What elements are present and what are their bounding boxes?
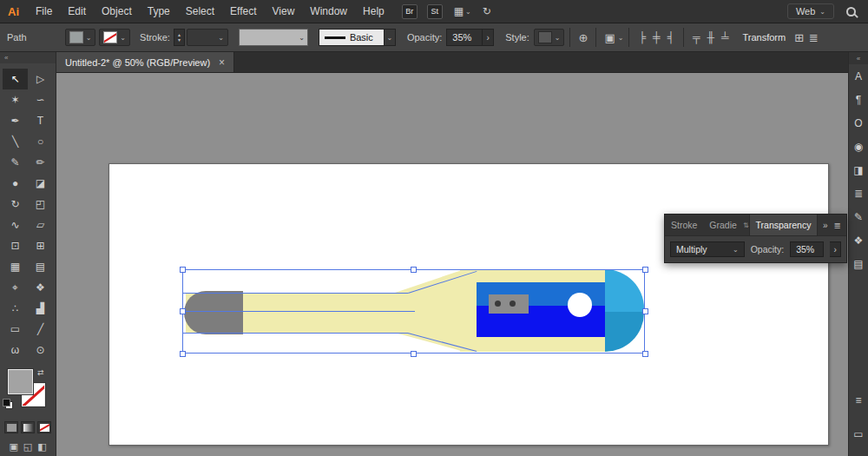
document-setup-globe-icon[interactable]: ⊕ — [578, 31, 588, 44]
menu-item[interactable]: View — [265, 5, 303, 17]
blend-mode-dropdown[interactable]: Multiply ⌄ — [670, 241, 745, 257]
menu-item[interactable]: Window — [302, 5, 355, 17]
direct-selection-tool[interactable]: ▷ — [28, 69, 53, 89]
selection-handle[interactable] — [642, 351, 648, 357]
symbol-sprayer-tool[interactable]: ∴ — [3, 298, 28, 319]
selection-tool[interactable]: ↖ — [3, 69, 28, 89]
eraser-tool[interactable]: ◪ — [28, 173, 53, 194]
bridge-button[interactable]: Br — [402, 4, 418, 19]
stroke-weight-stepper[interactable]: ▴ ▾ — [174, 29, 185, 46]
stroke-color-dropdown[interactable]: ⌄ — [99, 29, 130, 46]
pen-tool[interactable]: ✒ — [3, 110, 28, 131]
slice-tool[interactable]: ╱ — [28, 319, 53, 340]
paragraph-panel-icon[interactable]: ¶ — [849, 88, 868, 111]
stroke-weight-dropdown[interactable]: ⌄ — [187, 29, 228, 46]
default-fill-stroke-icon[interactable] — [3, 399, 13, 409]
column-graph-tool[interactable]: ▟ — [28, 298, 53, 319]
hand-tool[interactable]: ω — [3, 340, 28, 360]
perspective-grid-tool[interactable]: ⊞ — [28, 235, 53, 256]
menu-item[interactable]: Effect — [222, 5, 264, 17]
align-middle-icon[interactable]: ╫ — [707, 31, 714, 43]
transform-options-icon[interactable]: ⊞ — [794, 31, 804, 44]
selection-handle[interactable] — [180, 351, 186, 357]
color-button[interactable] — [4, 421, 18, 433]
swap-fill-stroke-icon[interactable]: ⇄ — [37, 368, 44, 377]
panel-overflow-icon[interactable]: » — [823, 221, 828, 230]
sync-settings-button[interactable]: ↻ — [483, 5, 491, 17]
selection-handle[interactable] — [180, 267, 186, 273]
menu-item[interactable]: Select — [178, 5, 222, 17]
align-center-icon[interactable]: ╪ — [653, 31, 661, 43]
ellipse-tool[interactable]: ○ — [28, 131, 53, 152]
style-dropdown[interactable]: ⌄ — [534, 29, 565, 46]
artboards-panel-icon[interactable]: ▭ — [849, 422, 868, 446]
rotate-tool[interactable]: ↻ — [3, 194, 28, 215]
draw-behind-icon[interactable]: ◱ — [23, 441, 32, 453]
tab-transparency[interactable]: Transparency — [749, 215, 819, 235]
mesh-tool[interactable]: ▦ — [3, 256, 28, 277]
menu-item[interactable]: File — [28, 5, 60, 17]
free-transform-tool[interactable]: ▱ — [28, 215, 53, 235]
tab-gradient[interactable]: Gradie — [703, 215, 743, 235]
line-segment-tool[interactable]: ╲ — [3, 131, 28, 152]
selection-handle[interactable] — [180, 308, 186, 314]
width-tool[interactable]: ∿ — [3, 215, 28, 235]
tools-panel-collapse[interactable]: « — [0, 52, 56, 63]
workspace-switcher[interactable]: Web ⌄ — [787, 3, 834, 19]
tab-stroke[interactable]: Stroke — [665, 215, 703, 235]
gradient-tool[interactable]: ▤ — [28, 256, 53, 277]
canvas[interactable] — [56, 73, 848, 456]
variable-width-profile-dropdown[interactable]: ⌄ — [239, 29, 308, 46]
align-bottom-icon[interactable]: ╧ — [721, 31, 729, 43]
opentype-panel-icon[interactable]: O — [849, 111, 868, 135]
fill-color-swatch[interactable] — [8, 369, 33, 394]
arrange-documents-button[interactable]: ▦ ⌄ — [454, 5, 471, 17]
layers-panel-icon[interactable]: ≡ — [849, 388, 868, 412]
panel-opacity-chevron[interactable]: › — [830, 241, 841, 257]
align-right-icon[interactable]: ╡ — [667, 31, 674, 43]
menu-item[interactable]: Edit — [60, 5, 94, 17]
blob-brush-tool[interactable]: ● — [3, 173, 28, 194]
document-tab[interactable]: Untitled-2* @ 50% (RGB/Preview) × — [56, 52, 234, 72]
brush-definition-dropdown[interactable]: Basic ⌄ — [319, 29, 396, 46]
panel-menu-icon[interactable]: ≣ — [834, 221, 841, 230]
blend-tool[interactable]: ❖ — [28, 277, 53, 298]
selection-handle[interactable] — [642, 308, 648, 314]
scale-tool[interactable]: ◰ — [28, 194, 53, 215]
symbols-panel-icon[interactable]: ❖ — [849, 228, 868, 252]
screen-mode-icon[interactable]: ◧ — [37, 441, 46, 453]
paintbrush-tool[interactable]: ✎ — [3, 152, 28, 173]
stock-button[interactable]: St — [427, 4, 443, 19]
appearance-panel-icon[interactable]: ◉ — [849, 135, 868, 158]
opacity-slider-chevron[interactable]: › — [483, 29, 494, 46]
search-icon[interactable] — [846, 7, 856, 17]
transform-link[interactable]: Transform — [742, 32, 786, 43]
eyedropper-tool[interactable]: ⌖ — [3, 277, 28, 298]
gradient-panel-icon[interactable]: ▤ — [849, 252, 868, 275]
control-panel-menu-icon[interactable]: ≣ — [809, 31, 819, 44]
panel-opacity-value[interactable]: 35% — [790, 241, 824, 257]
selection-handle[interactable] — [411, 267, 417, 273]
lasso-tool[interactable]: ∽ — [28, 89, 53, 110]
selection-handle[interactable] — [642, 267, 648, 273]
align-top-icon[interactable]: ╤ — [693, 31, 700, 43]
type-tool[interactable]: T — [28, 110, 53, 131]
selection-handle[interactable] — [411, 351, 417, 357]
select-similar-icon[interactable]: ▣ — [604, 31, 615, 44]
graphic-styles-panel-icon[interactable]: ◨ — [849, 158, 868, 182]
brush-dropdown-chevron[interactable]: ⌄ — [385, 29, 396, 46]
menu-item[interactable]: Type — [140, 5, 178, 17]
close-icon[interactable]: × — [219, 56, 225, 69]
none-button[interactable] — [37, 421, 51, 433]
menu-item[interactable]: Help — [355, 5, 392, 17]
fill-color-dropdown[interactable]: ⌄ — [65, 29, 96, 46]
align-left-icon[interactable]: ╞ — [638, 31, 646, 43]
shape-builder-tool[interactable]: ⊡ — [3, 235, 28, 256]
pencil-tool[interactable]: ✏ — [28, 152, 53, 173]
draw-normal-icon[interactable]: ▣ — [9, 441, 17, 453]
opacity-value[interactable]: 35% — [446, 29, 483, 46]
gradient-button[interactable] — [21, 421, 35, 433]
brushes-panel-icon[interactable]: ✎ — [849, 205, 868, 228]
artboard-tool[interactable]: ▭ — [3, 319, 28, 340]
menu-item[interactable]: Object — [94, 5, 140, 17]
